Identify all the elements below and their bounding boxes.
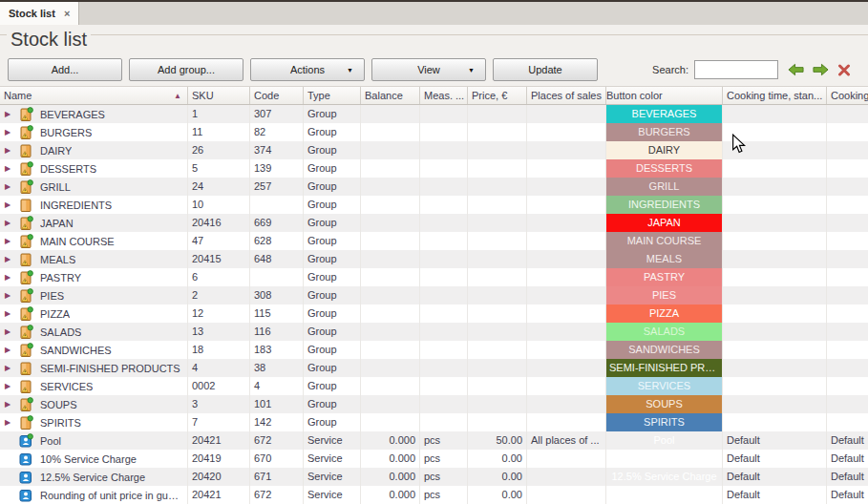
table-row[interactable]: ▶ INGREDIENTS 10 Group INGREDIENTS [0, 196, 868, 214]
group-icon [18, 270, 34, 285]
table-row[interactable]: ▶ SPIRITS 7 142 Group SPIRITS [0, 413, 868, 431]
balance-cell [361, 268, 420, 286]
type-cell: Group [304, 413, 361, 431]
expand-arrow-icon[interactable]: ▶ [5, 160, 18, 178]
table-row[interactable]: ▶ BEVERAGES 1 307 Group BEVERAGES [0, 105, 868, 123]
price-cell [468, 214, 527, 232]
balance-cell [361, 105, 420, 123]
group-icon [18, 325, 34, 340]
service-icon [18, 470, 34, 485]
table-row[interactable]: ▶ DESSERTS 5 139 Group DESSERTS [0, 159, 868, 178]
table-row[interactable]: ▶ DAIRY 26 374 Group DAIRY [0, 141, 868, 159]
search-input[interactable] [694, 60, 778, 79]
expand-arrow-icon[interactable]: ▶ [5, 342, 18, 359]
code-cell: 670 [250, 450, 304, 468]
column-header-price[interactable]: Price, € [468, 87, 527, 104]
measure-cell [420, 359, 468, 377]
group-icon [18, 234, 34, 249]
places-cell [527, 341, 606, 359]
tab-close-icon[interactable]: × [64, 8, 70, 19]
table-body: ▶ BEVERAGES 1 307 Group BEVERAGES ▶ BURG… [0, 105, 868, 504]
code-cell: 142 [250, 413, 304, 431]
add-group-button[interactable]: Add group... [129, 58, 243, 81]
code-cell: 183 [250, 341, 304, 359]
price-cell [468, 395, 527, 413]
table-row[interactable]: ▶ Rounding of unit price in gues... 2042… [0, 486, 868, 504]
expand-arrow-icon[interactable]: ▶ [5, 142, 18, 159]
search-clear-icon[interactable] [837, 64, 851, 76]
table-row[interactable]: ▶ Pool 20421 672 Service 0.000 pcs 50.00… [0, 431, 868, 450]
button-color-swatch: MEALS [606, 250, 722, 268]
sku-cell: 24 [188, 178, 250, 196]
name-cell: ▶ SPIRITS [0, 413, 188, 431]
name-cell: ▶ SEMI-FINISHED PRODUCTS [0, 359, 188, 377]
column-header-type[interactable]: Type [304, 87, 361, 104]
column-header-cooking-time[interactable]: Cooking time, stan... [723, 87, 827, 104]
column-header-button-color[interactable]: Button color [606, 87, 723, 104]
expand-arrow-icon[interactable]: ▶ [5, 233, 18, 250]
table-row[interactable]: ▶ SOUPS 3 101 Group SOUPS [0, 395, 868, 413]
column-header-balance[interactable]: Balance [361, 87, 420, 104]
group-icon [18, 415, 34, 430]
actions-dropdown-button[interactable]: Actions ▼ [250, 58, 365, 81]
add-button[interactable]: Add... [8, 58, 122, 81]
sku-cell: 5 [188, 159, 250, 178]
table-row[interactable]: ▶ SEMI-FINISHED PRODUCTS 4 38 Group SEMI… [0, 359, 868, 377]
expand-arrow-icon[interactable]: ▶ [5, 269, 18, 286]
expand-arrow-icon[interactable]: ▶ [5, 106, 18, 123]
button-color-swatch: JAPAN [606, 214, 722, 232]
chevron-down-icon: ▼ [468, 67, 475, 74]
expand-arrow-icon[interactable]: ▶ [5, 378, 18, 395]
table-row[interactable]: ▶ SALADS 13 116 Group SALADS [0, 323, 868, 341]
table-row[interactable]: ▶ SANDWICHES 18 183 Group SANDWICHES [0, 341, 868, 359]
table-row[interactable]: ▶ MEALS 20415 648 Group MEALS [0, 250, 868, 268]
expand-arrow-icon[interactable]: ▶ [5, 215, 18, 232]
column-header-measure[interactable]: Meas. ... [420, 87, 468, 104]
expand-arrow-icon[interactable]: ▶ [5, 414, 18, 431]
expand-arrow-icon[interactable]: ▶ [5, 324, 18, 341]
column-header-cooking[interactable]: Cooking [827, 87, 868, 104]
cooking-cell [827, 196, 868, 214]
price-cell [468, 413, 527, 431]
places-cell [527, 123, 606, 141]
column-header-name[interactable]: Name ▲ [0, 87, 188, 104]
table-row[interactable]: ▶ PIES 2 308 Group PIES [0, 286, 868, 304]
table-row[interactable]: ▶ 10% Service Charge 20419 670 Service 0… [0, 450, 868, 468]
view-dropdown-button[interactable]: View ▼ [371, 58, 486, 81]
expand-arrow-icon[interactable]: ▶ [5, 360, 18, 377]
expand-arrow-icon[interactable]: ▶ [5, 396, 18, 413]
table-row[interactable]: ▶ BURGERS 11 82 Group BURGERS [0, 123, 868, 141]
group-icon [18, 179, 34, 195]
table-row[interactable]: ▶ PIZZA 12 115 Group PIZZA [0, 304, 868, 323]
measure-cell [420, 413, 468, 431]
cooking-cell [827, 304, 868, 323]
update-button[interactable]: Update [493, 58, 598, 81]
expand-arrow-icon[interactable]: ▶ [5, 251, 18, 268]
name-cell: ▶ DAIRY [0, 141, 188, 159]
expand-arrow-icon[interactable]: ▶ [5, 197, 18, 214]
table-row[interactable]: ▶ GRILL 24 257 Group GRILL [0, 178, 868, 196]
column-header-places-of-sales[interactable]: Places of sales [527, 87, 606, 104]
measure-cell [420, 395, 468, 413]
group-icon [18, 161, 34, 177]
places-cell [527, 268, 606, 286]
table-row[interactable]: ▶ PASTRY 6 Group PASTRY [0, 268, 868, 286]
table-row[interactable]: ▶ 12.5% Service Charge 20420 671 Service… [0, 468, 868, 486]
name-cell: ▶ Rounding of unit price in gues... [0, 486, 188, 504]
expand-arrow-icon[interactable]: ▶ [5, 305, 18, 323]
tab-stock-list[interactable]: Stock list × [0, 2, 79, 25]
sku-cell: 4 [188, 359, 250, 377]
expand-arrow-icon[interactable]: ▶ [5, 178, 18, 196]
table-row[interactable]: ▶ SERVICES 0002 4 Group SERVICES [0, 377, 868, 395]
table-row[interactable]: ▶ MAIN COURSE 47 628 Group MAIN COURSE [0, 232, 868, 250]
button-color-swatch: 10% Service Charge [606, 450, 722, 468]
button-color-swatch: MAIN COURSE [606, 232, 722, 250]
expand-arrow-icon[interactable]: ▶ [5, 124, 18, 141]
table-row[interactable]: ▶ JAPAN 20416 669 Group JAPAN [0, 214, 868, 232]
column-header-sku[interactable]: SKU [188, 87, 250, 104]
search-prev-icon[interactable] [788, 63, 804, 76]
column-header-code[interactable]: Code [250, 87, 304, 104]
measure-cell [420, 159, 468, 178]
search-next-icon[interactable] [813, 63, 829, 76]
expand-arrow-icon[interactable]: ▶ [5, 287, 18, 304]
